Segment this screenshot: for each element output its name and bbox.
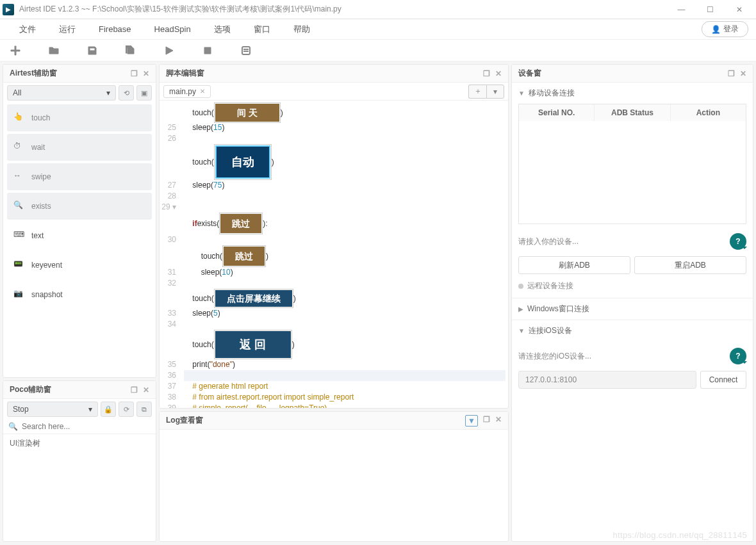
add-tab-button[interactable]: ＋: [468, 85, 486, 99]
poco-tree-label: UI渲染树: [3, 434, 156, 453]
help-icon[interactable]: ?: [730, 233, 746, 250]
log-filter-icon[interactable]: ▼: [465, 415, 478, 427]
windows-section-label: Windows窗口连接: [527, 304, 589, 314]
text-icon: ⌨: [13, 230, 25, 241]
airtest-assist-panel: Airtest辅助窗 ❐ ✕ All ▾ ⟲ ▣ 👆touch⏱wait↔swi…: [3, 64, 156, 378]
record-toggle-icon[interactable]: ⟲: [119, 85, 134, 101]
airtest-panel-title: Airtest辅助窗: [10, 68, 57, 79]
new-file-icon[interactable]: [9, 44, 22, 57]
poco-record-icon[interactable]: ⧉: [136, 402, 152, 417]
panel-float-icon[interactable]: ❐: [131, 69, 138, 78]
menu-file[interactable]: 文件: [8, 24, 47, 35]
ios-section-label: 连接iOS设备: [529, 325, 572, 336]
stop-icon[interactable]: [201, 44, 214, 57]
assist-item-keyevent[interactable]: 📟keyevent: [7, 252, 152, 279]
poco-refresh-icon[interactable]: ⟳: [119, 402, 134, 417]
ios-connect-button[interactable]: Connect: [700, 371, 746, 389]
poco-search-input[interactable]: [22, 422, 151, 431]
minimize-button[interactable]: —: [667, 1, 696, 19]
screenshot-template-img2[interactable]: 自动: [214, 144, 272, 180]
help-icon[interactable]: ?: [730, 348, 746, 364]
open-folder-icon[interactable]: [47, 44, 60, 57]
device-table: Serial NO. ADB Status Action: [518, 104, 746, 224]
tab-close-icon[interactable]: ✕: [200, 88, 205, 95]
file-tab-main[interactable]: main.py ✕: [163, 85, 211, 98]
expand-right-icon: ▶: [518, 305, 523, 313]
panel-close-icon[interactable]: ✕: [495, 415, 502, 427]
menu-run[interactable]: 运行: [47, 24, 87, 35]
menu-window[interactable]: 窗口: [242, 24, 282, 35]
save-icon[interactable]: [86, 44, 99, 57]
device-table-body: [519, 121, 746, 224]
screenshot-template-img3[interactable]: 跳过: [219, 213, 263, 234]
menu-headspin[interactable]: HeadSpin: [143, 24, 202, 34]
maximize-button[interactable]: ☐: [696, 1, 725, 19]
report-icon[interactable]: [240, 44, 252, 57]
assist-item-label: wait: [31, 143, 45, 152]
log-output-area[interactable]: [160, 430, 508, 541]
col-serial: Serial NO.: [519, 104, 595, 121]
screenshot-template-img4[interactable]: 跳过: [222, 245, 266, 267]
expand-down-icon: ▼: [518, 327, 525, 334]
panel-float-icon[interactable]: ❐: [483, 69, 490, 78]
panel-close-icon[interactable]: ✕: [495, 69, 502, 78]
log-panel-title: Log查看窗: [166, 415, 203, 426]
touch-icon: 👆: [13, 112, 25, 124]
capture-toggle-icon[interactable]: ▣: [136, 85, 152, 101]
assist-item-label: snapshot: [31, 290, 63, 299]
ios-hint: 请连接您的iOS设备...: [518, 351, 591, 362]
mobile-section-label: 移动设备连接: [529, 88, 575, 99]
panel-float-icon[interactable]: ❐: [131, 386, 138, 395]
panel-close-icon[interactable]: ✕: [143, 69, 149, 78]
title-bar: ▶ Airtest IDE v1.2.3 ~~ F:\School\实验课\15…: [0, 0, 756, 19]
run-icon[interactable]: [163, 44, 176, 57]
tab-dropdown-button[interactable]: ▾: [486, 85, 504, 99]
ios-section-header[interactable]: ▼ 连接iOS设备: [518, 325, 746, 336]
col-action: Action: [671, 104, 746, 121]
chevron-down-icon: ▾: [88, 405, 92, 414]
poco-panel-title: Poco辅助窗: [10, 384, 51, 395]
assist-item-swipe[interactable]: ↔swipe: [7, 163, 152, 190]
menu-bar: 文件 运行 Firebase HeadSpin 选项 窗口 帮助 👤 登录: [0, 19, 756, 40]
screenshot-template-img6[interactable]: 返 回: [214, 330, 292, 359]
ios-address-input[interactable]: 127.0.0.1:8100: [518, 371, 696, 389]
panel-close-icon[interactable]: ✕: [143, 386, 149, 395]
toolbar: [0, 40, 756, 61]
poco-mode-value: Stop: [13, 405, 29, 414]
assist-item-text[interactable]: ⌨text: [7, 222, 152, 249]
menu-firebase[interactable]: Firebase: [87, 24, 143, 34]
refresh-adb-button[interactable]: 刷新ADB: [518, 256, 630, 274]
status-dot-icon: [518, 284, 523, 289]
poco-lock-icon[interactable]: 🔒: [101, 402, 116, 417]
screenshot-template-img1[interactable]: 间 天: [214, 102, 281, 123]
panel-float-icon[interactable]: ❐: [728, 69, 735, 78]
restart-adb-button[interactable]: 重启ADB: [634, 256, 746, 274]
wait-icon: ⏱: [13, 142, 25, 153]
search-icon: 🔍: [8, 422, 18, 431]
file-tab-label: main.py: [169, 87, 196, 96]
person-icon: 👤: [711, 25, 721, 34]
assist-item-snapshot[interactable]: 📷snapshot: [7, 281, 152, 308]
close-button[interactable]: ✕: [725, 1, 753, 19]
assist-item-wait[interactable]: ⏱wait: [7, 134, 152, 161]
airtest-filter-select[interactable]: All ▾: [7, 85, 116, 101]
save-all-icon[interactable]: [124, 44, 137, 57]
menu-options[interactable]: 选项: [202, 24, 242, 35]
login-button[interactable]: 👤 登录: [702, 21, 748, 37]
chevron-down-icon: ▾: [106, 88, 110, 97]
assist-item-exists[interactable]: 🔍exists: [7, 193, 152, 220]
poco-assist-panel: Poco辅助窗 ❐ ✕ Stop ▾ 🔒 ⟳ ⧉ 🔍 UI渲染树: [3, 380, 156, 542]
assist-item-touch[interactable]: 👆touch: [7, 104, 152, 131]
windows-section-header[interactable]: ▶ Windows窗口连接: [518, 304, 746, 314]
login-label: 登录: [723, 24, 739, 35]
panel-float-icon[interactable]: ❐: [483, 415, 490, 427]
panel-close-icon[interactable]: ✕: [740, 69, 746, 78]
remote-connect-label[interactable]: 远程设备连接: [527, 281, 573, 291]
mobile-section-header[interactable]: ▼ 移动设备连接: [518, 88, 746, 99]
code-editor[interactable]: 2526272829 ▾30313233343536373839 touch(间…: [160, 101, 508, 408]
assist-item-label: exists: [31, 202, 51, 211]
poco-mode-select[interactable]: Stop ▾: [7, 402, 98, 417]
menu-help[interactable]: 帮助: [282, 24, 322, 35]
assist-item-label: text: [31, 231, 44, 240]
screenshot-template-img5[interactable]: 点击屏幕继续: [214, 289, 293, 308]
